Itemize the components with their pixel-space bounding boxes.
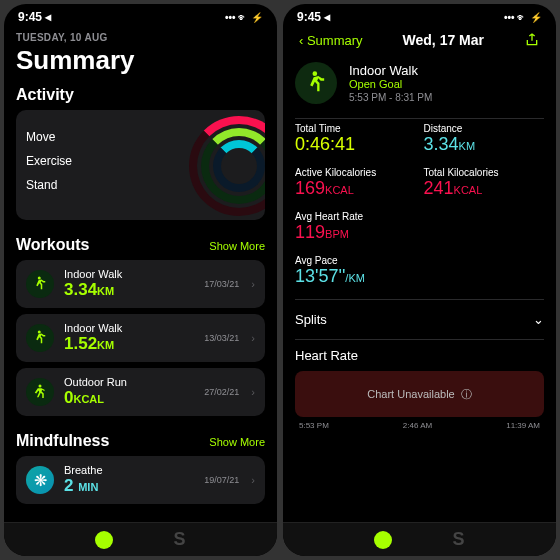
workout-value: 3.34KM	[64, 280, 194, 300]
activity-card[interactable]: Move Exercise Stand	[16, 110, 265, 220]
stat-avg-pace: Avg Pace 13'57''/KM	[295, 255, 544, 287]
status-icons: ••• ᯤ ⚡	[225, 12, 263, 23]
splits-row[interactable]: Splits ⌄	[295, 304, 544, 335]
tab-other[interactable]: S	[173, 529, 185, 550]
chart-timeline: 5:53 PM 2:46 AM 11:39 AM	[295, 419, 544, 432]
workout-name: Outdoor Run	[64, 376, 194, 388]
workout-time-range: 5:53 PM - 8:31 PM	[349, 92, 432, 103]
show-more-mindfulness[interactable]: Show More	[209, 436, 265, 448]
share-icon[interactable]	[524, 32, 540, 48]
show-more-workouts[interactable]: Show More	[209, 240, 265, 252]
breathe-icon: ❋	[26, 466, 54, 494]
tab-bar: S	[4, 522, 277, 556]
chevron-right-icon: ›	[251, 332, 255, 344]
workout-date: 27/02/21	[204, 387, 239, 397]
workout-goal: Open Goal	[349, 78, 432, 90]
mindfulness-heading: Mindfulness	[16, 432, 109, 450]
workout-detail-screen: 9:45 ◂ ••• ᯤ ⚡ ‹ Summary Wed, 17 Mar Ind…	[283, 4, 556, 556]
activity-rings-icon	[189, 116, 265, 220]
walk-icon	[26, 324, 54, 352]
workout-name: Indoor Walk	[64, 322, 194, 334]
tab-summary[interactable]	[95, 531, 113, 549]
workout-header: Indoor Walk Open Goal 5:53 PM - 8:31 PM	[295, 62, 544, 104]
page-title: Summary	[16, 45, 265, 76]
mindfulness-row[interactable]: ❋ Breathe 2 MIN 19/07/21›	[16, 456, 265, 504]
workout-value: 0KCAL	[64, 388, 194, 408]
walk-icon	[26, 270, 54, 298]
stats-grid: Total Time 0:46:41 Distance 3.34KM Activ…	[295, 123, 544, 295]
mind-name: Breathe	[64, 464, 194, 476]
summary-screen: 9:45 ◂ ••• ᯤ ⚡ TUESDAY, 10 AUG Summary A…	[4, 4, 277, 556]
workout-row[interactable]: Indoor Walk 3.34KM 17/03/21›	[16, 260, 265, 308]
run-icon	[26, 378, 54, 406]
stat-heart-rate: Avg Heart Rate 119BPM	[295, 211, 544, 243]
status-bar: 9:45 ◂ ••• ᯤ ⚡	[283, 4, 556, 26]
chevron-right-icon: ›	[251, 474, 255, 486]
mind-value: 2 MIN	[64, 476, 194, 496]
workout-row[interactable]: Indoor Walk 1.52KM 13/03/21›	[16, 314, 265, 362]
stat-total-kcal: Total Kilocalories 241KCAL	[424, 167, 545, 199]
workouts-heading: Workouts	[16, 236, 89, 254]
chevron-right-icon: ›	[251, 386, 255, 398]
walk-icon	[295, 62, 337, 104]
stat-total-time: Total Time 0:46:41	[295, 123, 416, 155]
stat-active-kcal: Active Kilocalories 169KCAL	[295, 167, 416, 199]
tab-other[interactable]: S	[452, 529, 464, 550]
workout-title: Indoor Walk	[349, 63, 432, 78]
chevron-down-icon: ⌄	[533, 312, 544, 327]
mind-date: 19/07/21	[204, 475, 239, 485]
tab-bar: S	[283, 522, 556, 556]
nav-bar: ‹ Summary Wed, 17 Mar	[295, 26, 544, 54]
info-icon: ⓘ	[461, 387, 472, 402]
activity-heading: Activity	[16, 86, 265, 104]
back-button[interactable]: ‹ Summary	[299, 33, 363, 48]
workout-date: 13/03/21	[204, 333, 239, 343]
status-bar: 9:45 ◂ ••• ᯤ ⚡	[4, 4, 277, 26]
heart-rate-chart: Chart Unavailable ⓘ	[295, 371, 544, 417]
status-icons: ••• ᯤ ⚡	[504, 12, 542, 23]
stat-distance: Distance 3.34KM	[424, 123, 545, 155]
clock: 9:45 ◂	[18, 10, 51, 24]
date-label: TUESDAY, 10 AUG	[16, 32, 265, 43]
heart-rate-heading: Heart Rate	[295, 344, 544, 367]
clock: 9:45 ◂	[297, 10, 330, 24]
workout-value: 1.52KM	[64, 334, 194, 354]
tab-summary[interactable]	[374, 531, 392, 549]
chevron-right-icon: ›	[251, 278, 255, 290]
nav-title: Wed, 17 Mar	[403, 32, 484, 48]
workout-row[interactable]: Outdoor Run 0KCAL 27/02/21›	[16, 368, 265, 416]
workout-date: 17/03/21	[204, 279, 239, 289]
workout-name: Indoor Walk	[64, 268, 194, 280]
